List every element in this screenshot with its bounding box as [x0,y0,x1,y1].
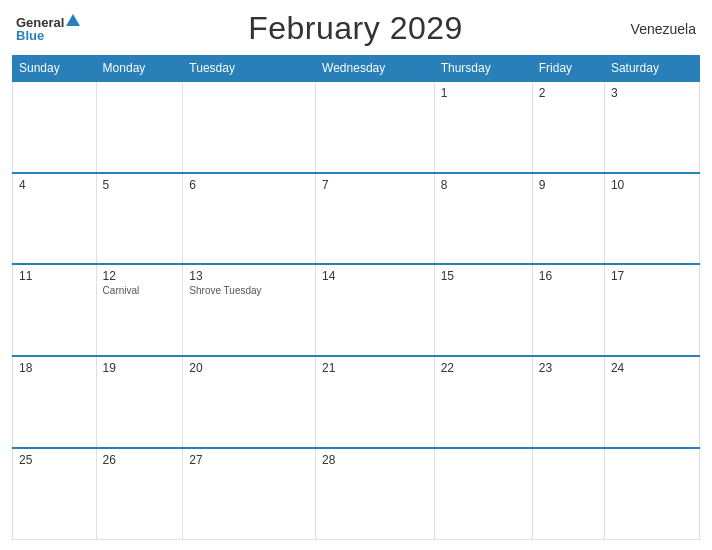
day-cell: 20 [183,356,316,448]
day-cell [604,448,699,540]
day-number: 22 [441,361,526,375]
day-cell: 16 [532,264,604,356]
week-row-2: 45678910 [13,173,700,265]
calendar-header: General Blue February 2029 Venezuela [12,10,700,47]
day-number: 4 [19,178,90,192]
days-header-row: Sunday Monday Tuesday Wednesday Thursday… [13,56,700,82]
day-number: 6 [189,178,309,192]
day-number: 2 [539,86,598,100]
day-number: 8 [441,178,526,192]
logo: General Blue [16,16,80,42]
day-number: 24 [611,361,693,375]
week-row-3: 1112Carnival13Shrove Tuesday14151617 [13,264,700,356]
day-cell: 13Shrove Tuesday [183,264,316,356]
day-number: 1 [441,86,526,100]
day-cell [183,81,316,173]
day-number: 13 [189,269,309,283]
logo-triangle-icon [66,14,80,26]
day-cell: 10 [604,173,699,265]
day-cell: 18 [13,356,97,448]
day-cell: 2 [532,81,604,173]
day-cell: 6 [183,173,316,265]
day-cell: 5 [96,173,183,265]
day-number: 25 [19,453,90,467]
header-wednesday: Wednesday [316,56,435,82]
header-friday: Friday [532,56,604,82]
day-cell: 28 [316,448,435,540]
header-monday: Monday [96,56,183,82]
day-number: 3 [611,86,693,100]
day-number: 27 [189,453,309,467]
day-cell [532,448,604,540]
day-cell: 9 [532,173,604,265]
day-number: 14 [322,269,428,283]
day-number: 7 [322,178,428,192]
logo-blue-text: Blue [16,29,44,42]
day-number: 12 [103,269,177,283]
day-cell: 12Carnival [96,264,183,356]
day-cell [13,81,97,173]
day-number: 17 [611,269,693,283]
day-cell: 25 [13,448,97,540]
day-number: 26 [103,453,177,467]
day-cell: 17 [604,264,699,356]
event-label: Carnival [103,285,177,296]
day-cell: 7 [316,173,435,265]
week-row-4: 18192021222324 [13,356,700,448]
day-cell: 8 [434,173,532,265]
day-cell: 11 [13,264,97,356]
day-cell [434,448,532,540]
calendar-container: General Blue February 2029 Venezuela Sun… [0,0,712,550]
day-cell: 27 [183,448,316,540]
header-thursday: Thursday [434,56,532,82]
day-number: 20 [189,361,309,375]
week-row-1: 123 [13,81,700,173]
day-cell: 4 [13,173,97,265]
day-cell [316,81,435,173]
day-number: 15 [441,269,526,283]
day-cell: 14 [316,264,435,356]
day-number: 28 [322,453,428,467]
day-number: 23 [539,361,598,375]
day-cell: 3 [604,81,699,173]
day-number: 5 [103,178,177,192]
header-saturday: Saturday [604,56,699,82]
day-cell [96,81,183,173]
week-row-5: 25262728 [13,448,700,540]
day-number: 21 [322,361,428,375]
day-cell: 21 [316,356,435,448]
month-title: February 2029 [248,10,463,47]
day-cell: 24 [604,356,699,448]
day-cell: 19 [96,356,183,448]
day-number: 11 [19,269,90,283]
day-cell: 15 [434,264,532,356]
day-cell: 1 [434,81,532,173]
day-number: 10 [611,178,693,192]
logo-general-text: General [16,16,64,29]
event-label: Shrove Tuesday [189,285,309,296]
day-cell: 23 [532,356,604,448]
day-number: 19 [103,361,177,375]
header-sunday: Sunday [13,56,97,82]
day-cell: 26 [96,448,183,540]
calendar-table: Sunday Monday Tuesday Wednesday Thursday… [12,55,700,540]
header-tuesday: Tuesday [183,56,316,82]
country-label: Venezuela [631,21,696,37]
day-cell: 22 [434,356,532,448]
day-number: 18 [19,361,90,375]
day-number: 9 [539,178,598,192]
day-number: 16 [539,269,598,283]
